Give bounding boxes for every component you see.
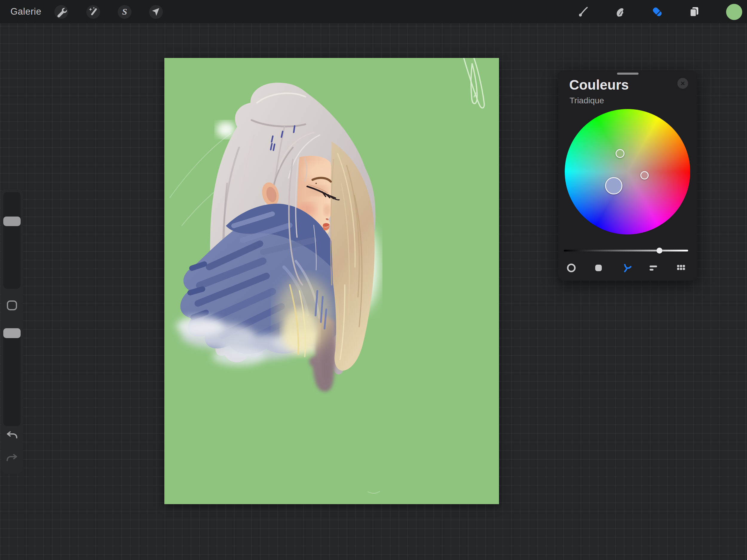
mode-disc-button[interactable] — [565, 261, 578, 274]
disc-icon — [566, 263, 577, 273]
brush-size-slider[interactable] — [3, 192, 21, 289]
value-slider-thumb[interactable] — [656, 247, 663, 254]
sidebar-controls — [1, 189, 23, 473]
active-color-swatch[interactable] — [726, 4, 742, 20]
mode-harmony-button[interactable] — [620, 261, 634, 274]
layers-icon — [688, 5, 701, 19]
selection-s-icon: S — [118, 5, 131, 19]
classic-icon — [593, 263, 604, 273]
eraser-tool-button[interactable] — [650, 5, 664, 19]
drawing-canvas[interactable] — [164, 58, 499, 504]
adjustments-button[interactable] — [86, 5, 100, 19]
brush-size-handle[interactable] — [3, 216, 21, 226]
paint-tool-button[interactable] — [576, 5, 590, 19]
palettes-icon — [676, 263, 686, 273]
panel-title: Couleurs — [569, 77, 629, 93]
layers-button[interactable] — [688, 5, 701, 19]
color-wheel[interactable] — [565, 109, 690, 235]
svg-text:S: S — [122, 6, 127, 17]
artwork-portrait — [164, 58, 499, 504]
eraser-icon — [651, 5, 664, 19]
brush-opacity-slider[interactable] — [3, 328, 21, 426]
harmony-icon — [621, 262, 633, 273]
smudge-tool-button[interactable] — [613, 5, 627, 19]
undo-icon — [6, 431, 18, 440]
mode-values-button[interactable] — [647, 261, 660, 274]
gallery-button[interactable]: Galerie — [10, 0, 41, 23]
modify-button[interactable] — [7, 300, 17, 310]
wheel-handle-1[interactable] — [640, 171, 649, 180]
smudge-finger-icon — [613, 5, 626, 19]
selection-button[interactable]: S — [118, 5, 131, 19]
panel-subtitle: Triadique — [569, 96, 604, 105]
values-icon — [648, 263, 659, 273]
wrench-icon — [55, 5, 68, 19]
magic-wand-icon — [87, 5, 100, 19]
mode-palettes-button[interactable] — [674, 261, 688, 274]
wheel-handle-2[interactable] — [605, 177, 622, 194]
undo-button[interactable] — [5, 430, 19, 441]
close-icon[interactable]: ✕ — [677, 78, 688, 89]
panel-drag-handle[interactable] — [617, 73, 639, 75]
transform-button[interactable] — [149, 5, 163, 19]
color-mode-row — [558, 261, 697, 274]
mode-classic-button[interactable] — [592, 261, 605, 274]
value-slider[interactable] — [564, 245, 688, 257]
actions-button[interactable] — [54, 5, 68, 19]
colors-panel: Couleurs Triadique ✕ — [558, 70, 697, 281]
brush-opacity-handle[interactable] — [3, 328, 21, 338]
redo-button[interactable] — [5, 452, 19, 464]
redo-icon — [6, 453, 18, 463]
wheel-handle-0[interactable] — [616, 149, 624, 158]
top-toolbar: Galerie S — [0, 0, 747, 23]
paintbrush-icon — [576, 5, 590, 19]
move-arrow-icon — [149, 5, 162, 19]
value-slider-track — [564, 250, 688, 251]
